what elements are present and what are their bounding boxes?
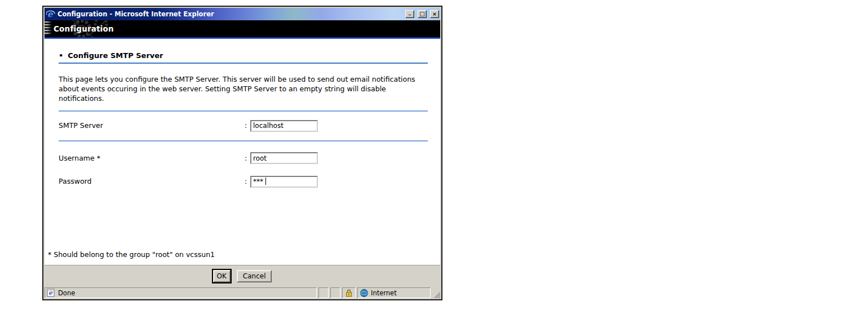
smtp-server-row: SMTP Server : [59, 119, 428, 132]
section-heading-text: Configure SMTP Server [68, 51, 163, 60]
close-icon: × [432, 12, 437, 17]
maximize-icon: □ [419, 11, 424, 17]
status-bar: e Done Internet [45, 286, 440, 298]
resize-grip-icon [433, 291, 440, 298]
separator-line [59, 140, 428, 141]
username-input[interactable] [250, 152, 318, 164]
maximize-button[interactable]: □ [418, 10, 427, 18]
status-pane-empty-1 [318, 287, 329, 298]
browser-window: e Configuration - Microsoft Internet Exp… [42, 6, 442, 300]
text-caret [265, 178, 266, 185]
colon-separator: : [245, 121, 250, 130]
footnote-text: * Should belong to the group "root" on v… [45, 250, 440, 265]
minimize-button[interactable]: _ [405, 10, 414, 18]
banner-stripes-decoration [45, 21, 52, 36]
password-label: Password [59, 177, 245, 185]
colon-separator: : [245, 177, 250, 185]
ie-logo-icon: e [46, 10, 55, 19]
banner-title: Configuration [54, 24, 114, 33]
button-bar: OK Cancel [45, 265, 440, 286]
status-text: Done [58, 289, 75, 297]
zone-text: Internet [371, 289, 397, 297]
security-pane [342, 287, 356, 298]
resize-grip[interactable] [432, 287, 440, 298]
close-button[interactable]: × [430, 10, 439, 18]
password-row: Password : [59, 175, 428, 188]
zone-pane: Internet [357, 287, 431, 298]
section-heading: • Configure SMTP Server [59, 51, 428, 60]
username-row: Username * : [59, 152, 428, 165]
globe-icon [360, 289, 368, 297]
ie-page-icon: e [47, 289, 55, 297]
page-banner: Configuration [45, 20, 440, 37]
page-content: • Configure SMTP Server This page lets y… [45, 39, 440, 265]
bullet-icon: • [59, 51, 63, 60]
minimize-icon: _ [409, 10, 411, 15]
lock-icon [346, 289, 352, 297]
status-pane-empty-2 [330, 287, 340, 298]
smtp-server-input[interactable] [250, 120, 318, 132]
cancel-button[interactable]: Cancel [237, 270, 272, 282]
title-bar[interactable]: e Configuration - Microsoft Internet Exp… [45, 8, 440, 20]
smtp-server-input-wrap [250, 119, 318, 132]
password-input[interactable] [250, 176, 318, 188]
heading-rule [59, 63, 428, 64]
password-input-wrap [250, 175, 318, 188]
smtp-server-label: SMTP Server [59, 121, 245, 130]
ok-button[interactable]: OK [213, 270, 231, 282]
description-text: This page lets you configure the SMTP Se… [59, 74, 433, 103]
window-title: Configuration - Microsoft Internet Explo… [57, 10, 402, 18]
username-label: Username * [59, 154, 245, 162]
page-main: • Configure SMTP Server This page lets y… [45, 39, 440, 188]
colon-separator: : [245, 154, 250, 162]
status-pane: e Done [45, 287, 317, 298]
separator-line [59, 110, 428, 112]
username-input-wrap [250, 152, 318, 165]
